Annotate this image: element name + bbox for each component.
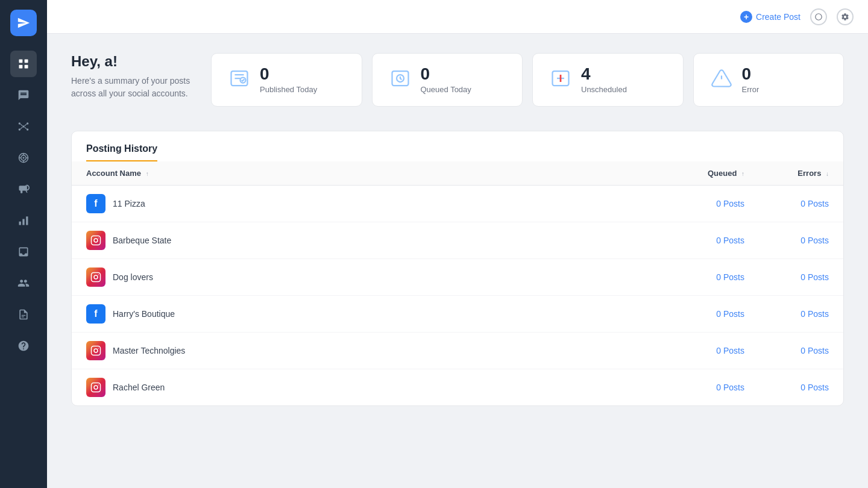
- sidebar-item-targeting[interactable]: [10, 145, 37, 171]
- svg-point-45: [94, 386, 98, 389]
- circle-button[interactable]: [810, 8, 827, 25]
- gear-icon: [841, 13, 849, 21]
- sidebar-item-analytics[interactable]: [10, 207, 37, 234]
- settings-button[interactable]: [837, 8, 854, 25]
- svg-rect-24: [22, 316, 24, 317]
- stat-info-published: 0 Published Today: [260, 66, 317, 94]
- sidebar-item-connections[interactable]: [10, 113, 37, 140]
- stat-info-queued: 0 Queued Today: [421, 66, 471, 94]
- svg-point-8: [27, 128, 28, 130]
- account-cell: Dog lovers: [86, 267, 660, 287]
- table-row: f Harry's Boutique 0 Posts 0 Posts: [72, 296, 843, 333]
- col-errors: Errors ↓: [744, 169, 829, 178]
- error-icon: [711, 67, 732, 92]
- svg-point-5: [19, 122, 20, 124]
- sidebar-item-team[interactable]: [10, 270, 37, 296]
- facebook-icon: f: [86, 194, 105, 213]
- welcome-section: Hey, a! Here's a summary of your posts a…: [71, 53, 844, 107]
- svg-point-36: [94, 239, 98, 242]
- plus-circle-icon: +: [740, 11, 752, 23]
- queued-value: 0 Posts: [660, 236, 744, 245]
- posting-history-header: Posting History: [86, 143, 157, 161]
- table-header: Account Name ↑ Queued ↑ Errors ↓: [72, 161, 843, 186]
- queued-value: 0 Posts: [660, 309, 744, 319]
- table-row: Master Technolgies 0 Posts 0 Posts: [72, 333, 843, 369]
- svg-point-25: [816, 13, 822, 20]
- svg-point-7: [19, 128, 20, 130]
- stat-info-unscheduled: 4 Unscheduled: [581, 66, 627, 94]
- errors-sort-arrow[interactable]: ↓: [826, 170, 829, 177]
- sidebar-item-support[interactable]: [10, 333, 37, 359]
- chart-icon: [17, 214, 30, 227]
- sidebar-item-campaigns[interactable]: [10, 176, 37, 202]
- account-name: Harry's Boutique: [113, 309, 175, 319]
- errors-value: 0 Posts: [744, 383, 829, 392]
- topbar: + Create Post: [47, 0, 868, 34]
- account-cell: Barbeque State: [86, 231, 660, 250]
- svg-rect-21: [22, 219, 24, 225]
- stat-card-unscheduled: 4 Unscheduled: [532, 53, 684, 107]
- account-name: Master Technolgies: [113, 346, 185, 355]
- sidebar-item-messages[interactable]: [10, 82, 37, 108]
- reports-icon: [17, 308, 30, 321]
- queued-number: 0: [421, 66, 471, 83]
- target-icon: [17, 152, 30, 164]
- error-label: Error: [742, 85, 760, 94]
- queued-label: Queued Today: [421, 85, 471, 94]
- queued-value: 0 Posts: [660, 272, 744, 282]
- svg-rect-41: [92, 346, 101, 355]
- published-label: Published Today: [260, 85, 317, 94]
- sidebar-logo[interactable]: [10, 10, 37, 36]
- svg-point-4: [22, 125, 24, 127]
- svg-rect-0: [19, 60, 23, 63]
- svg-point-6: [27, 122, 28, 124]
- errors-value: 0 Posts: [744, 199, 829, 208]
- queued-value: 0 Posts: [660, 383, 744, 392]
- account-cell: f Harry's Boutique: [86, 304, 660, 324]
- queued-value: 0 Posts: [660, 346, 744, 355]
- error-number: 0: [742, 66, 760, 83]
- table-body: f 11 Pizza 0 Posts 0 Posts Barbeque Stat…: [72, 186, 843, 405]
- col-account-name: Account Name ↑: [86, 169, 660, 178]
- account-name: 11 Pizza: [113, 199, 145, 208]
- instagram-icon: [86, 267, 105, 287]
- svg-point-42: [94, 349, 98, 352]
- chat-icon: [17, 89, 30, 101]
- inbox-icon: [17, 246, 30, 258]
- published-icon: [228, 67, 250, 92]
- create-post-button[interactable]: + Create Post: [740, 11, 800, 23]
- page-content: Hey, a! Here's a summary of your posts a…: [47, 34, 868, 488]
- send-icon: [17, 16, 30, 30]
- stat-card-published: 0 Published Today: [211, 53, 362, 107]
- errors-value: 0 Posts: [744, 346, 829, 355]
- stat-info-error: 0 Error: [742, 66, 760, 94]
- col-queued: Queued ↑: [660, 169, 744, 178]
- svg-line-9: [20, 124, 22, 126]
- svg-point-46: [98, 384, 99, 386]
- table-row: Dog lovers 0 Posts 0 Posts: [72, 259, 843, 296]
- errors-value: 0 Posts: [744, 272, 829, 282]
- queued-icon: [389, 67, 411, 92]
- account-name: Dog lovers: [113, 272, 153, 282]
- queued-value: 0 Posts: [660, 199, 744, 208]
- svg-point-40: [98, 274, 99, 275]
- instagram-icon: [86, 231, 105, 250]
- svg-rect-2: [19, 65, 23, 69]
- svg-rect-22: [26, 216, 28, 225]
- account-name: Rachel Green: [113, 383, 165, 392]
- main-content: + Create Post Hey, a! Here's a summary o…: [47, 0, 868, 488]
- published-number: 0: [260, 66, 317, 83]
- sidebar-item-dashboard[interactable]: [10, 51, 37, 77]
- svg-rect-23: [22, 315, 26, 316]
- facebook-icon: f: [86, 304, 105, 324]
- welcome-text: Hey, a! Here's a summary of your posts a…: [71, 53, 192, 100]
- svg-rect-3: [25, 65, 28, 69]
- grid-icon: [17, 58, 30, 70]
- svg-line-12: [25, 127, 27, 129]
- sidebar-item-reports[interactable]: [10, 301, 37, 328]
- sidebar: [0, 0, 47, 488]
- svg-point-43: [98, 348, 99, 349]
- account-sort-arrow[interactable]: ↑: [146, 170, 149, 177]
- sidebar-item-inbox[interactable]: [10, 239, 37, 265]
- create-post-label: Create Post: [756, 12, 800, 22]
